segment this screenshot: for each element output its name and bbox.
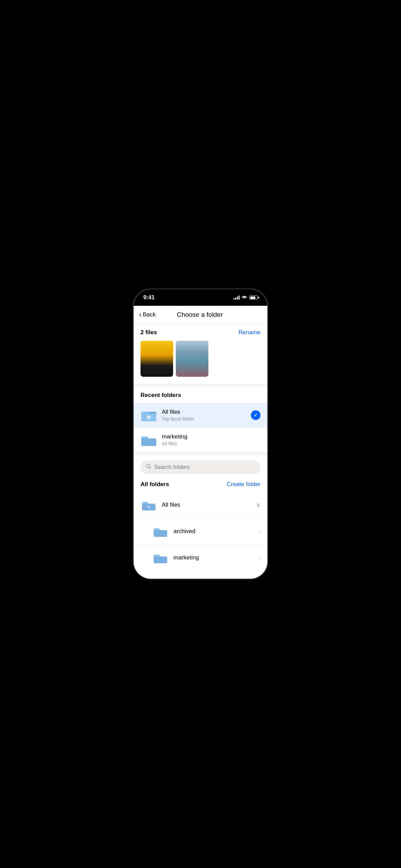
recent-folder-name-all-files: All files [162,409,246,415]
all-folder-icon-marketing [152,550,169,566]
all-folder-name-archived: archived [173,528,254,535]
status-time: 9:41 [143,294,155,301]
header: ‹ Back Choose a folder [134,306,267,324]
svg-rect-7 [154,530,167,537]
all-folder-icon-dropbox [141,497,157,513]
search-bar[interactable] [141,460,260,474]
search-section [134,455,267,477]
chevron-right-icon-2: › [259,555,260,561]
files-count: 2 files [141,329,157,336]
all-folder-row-mobile-uploads[interactable]: Mobile Uploads › [134,571,267,579]
svg-rect-3 [141,438,156,446]
thumbnails [141,341,260,377]
folder-icon-marketing [141,432,157,448]
back-label: Back [143,311,156,318]
files-section: 2 files Rename [134,324,267,384]
recent-folder-info-all-files: All files Top-level folder [162,409,246,422]
back-button[interactable]: ‹ Back [139,311,163,318]
all-folder-row-marketing[interactable]: marketing › [134,545,267,571]
create-folder-button[interactable]: Create folder [227,481,260,488]
recent-folder-sub-marketing: All files [162,441,260,446]
all-folder-name-all-files: All files [162,502,251,508]
all-folders-title: All folders [141,481,169,488]
all-folder-row-archived[interactable]: archived › [134,518,267,545]
svg-point-6 [147,506,150,509]
all-folder-row-all-files[interactable]: All files ∨ [134,492,267,518]
thumbnail-2 [176,341,208,377]
recent-folder-info-marketing: marketing All files [162,433,260,446]
search-icon [146,464,151,471]
recent-folder-marketing[interactable]: marketing All files [134,427,267,452]
battery-icon [249,296,258,300]
recent-folder-all-files[interactable]: All files Top-level folder ✓ [134,403,267,427]
thumbnail-1 [141,341,173,377]
divider-2 [134,452,267,455]
signal-icon [233,296,240,300]
all-folder-name-marketing: marketing [173,554,254,561]
chevron-down-icon: ∨ [256,501,260,509]
all-folder-icon-archived [152,523,169,540]
divider-1 [134,384,267,386]
all-folders-header: All folders Create folder [134,481,267,492]
status-icons [233,295,258,300]
page-title: Choose a folder [163,311,236,318]
back-chevron-icon: ‹ [139,311,142,318]
all-folder-icon-mobile-uploads [152,576,169,579]
selected-check-icon: ✓ [251,410,260,420]
svg-rect-8 [154,556,167,563]
recent-folder-sub-all-files: Top-level folder [162,416,246,422]
status-bar: 9:41 [134,289,267,306]
chevron-right-icon: › [259,528,260,534]
search-input[interactable] [154,464,255,470]
recent-folders-section: Recent folders All files Top-level folde… [134,386,267,452]
recent-folder-name-marketing: marketing [162,433,260,440]
wifi-icon [242,295,247,300]
recent-folders-title: Recent folders [134,392,267,403]
all-folders-section: All folders Create folder All files ∨ [134,477,267,579]
rename-button[interactable]: Rename [239,329,260,336]
folder-icon-dropbox [141,407,157,423]
